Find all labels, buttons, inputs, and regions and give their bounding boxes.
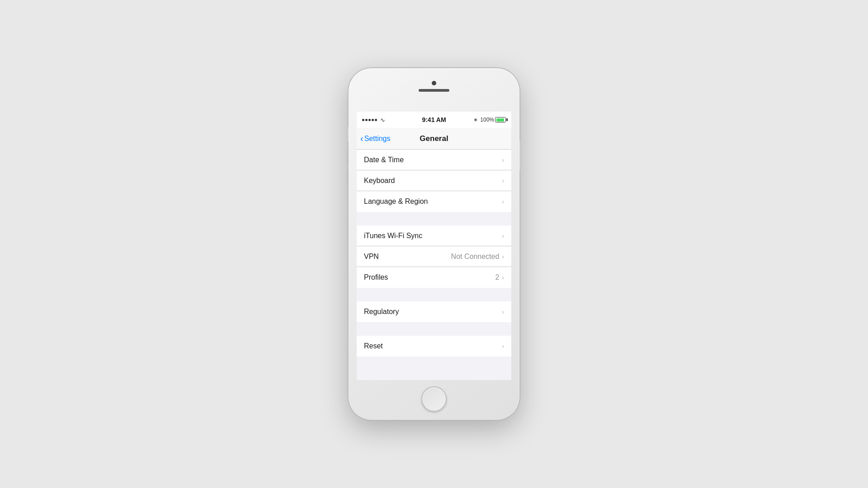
- battery-percent: 100%: [480, 117, 494, 123]
- item-label-profiles: Profiles: [364, 273, 388, 282]
- settings-item-date-time[interactable]: Date & Time ›: [357, 150, 511, 170]
- group-separator-1: [357, 212, 511, 225]
- item-label-keyboard: Keyboard: [364, 177, 395, 185]
- status-time: 9:41 AM: [422, 116, 446, 123]
- camera-dot: [432, 81, 436, 85]
- settings-item-language[interactable]: Language & Region ›: [357, 191, 511, 212]
- settings-list-2: iTunes Wi-Fi Sync › VPN Not Connected ›: [357, 225, 511, 288]
- settings-group-2: iTunes Wi-Fi Sync › VPN Not Connected ›: [357, 225, 511, 288]
- settings-item-reset[interactable]: Reset ›: [357, 336, 511, 357]
- signal-dot-5: [375, 119, 377, 121]
- chevron-icon-keyboard: ›: [502, 177, 504, 184]
- signal-dot-3: [368, 119, 371, 121]
- item-label-date-time: Date & Time: [364, 156, 404, 164]
- nav-bar: ‹ Settings General: [357, 128, 511, 150]
- back-label: Settings: [364, 135, 391, 143]
- settings-item-regulatory[interactable]: Regulatory ›: [357, 301, 511, 322]
- settings-list-1: Date & Time › Keyboard › Lan: [357, 150, 511, 212]
- item-right-vpn: Not Connected ›: [451, 253, 504, 261]
- home-button[interactable]: [421, 386, 447, 412]
- speaker-grille: [419, 89, 449, 92]
- top-bar: [419, 81, 449, 92]
- content-area: Date & Time › Keyboard › Lan: [357, 150, 511, 380]
- item-right-regulatory: ›: [502, 308, 504, 315]
- status-right: ∗ 100%: [473, 117, 506, 123]
- settings-list-4: Reset ›: [357, 336, 511, 357]
- chevron-icon-reset: ›: [502, 343, 504, 350]
- item-label-language: Language & Region: [364, 197, 428, 206]
- item-right-keyboard: ›: [502, 177, 504, 184]
- chevron-icon-date-time: ›: [502, 156, 504, 164]
- settings-item-keyboard[interactable]: Keyboard ›: [357, 170, 511, 191]
- settings-group-1: Date & Time › Keyboard › Lan: [357, 150, 511, 212]
- chevron-icon-itunes: ›: [502, 232, 504, 239]
- settings-item-profiles[interactable]: Profiles 2 ›: [357, 267, 511, 288]
- group-separator-2: [357, 288, 511, 301]
- settings-item-itunes[interactable]: iTunes Wi-Fi Sync ›: [357, 225, 511, 246]
- bottom-space: [357, 357, 511, 370]
- battery-fill: [496, 118, 504, 122]
- item-value-profiles: 2: [495, 273, 499, 282]
- item-right-reset: ›: [502, 343, 504, 350]
- settings-list-3: Regulatory ›: [357, 301, 511, 322]
- chevron-icon-language: ›: [502, 198, 504, 205]
- settings-group-4: Reset ›: [357, 336, 511, 357]
- back-chevron-icon: ‹: [360, 134, 363, 143]
- signal-dot-4: [372, 119, 374, 121]
- item-label-itunes: iTunes Wi-Fi Sync: [364, 232, 422, 240]
- signal-dot-2: [365, 119, 368, 121]
- settings-item-vpn[interactable]: VPN Not Connected ›: [357, 246, 511, 267]
- screen: ∿ 9:41 AM ∗ 100% ‹ Settings: [357, 112, 511, 380]
- item-label-regulatory: Regulatory: [364, 308, 399, 316]
- item-value-vpn: Not Connected: [451, 253, 500, 261]
- item-right-date-time: ›: [502, 156, 504, 164]
- phone-body: ∿ 9:41 AM ∗ 100% ‹ Settings: [348, 68, 520, 420]
- wifi-icon: ∿: [380, 117, 385, 123]
- item-label-reset: Reset: [364, 342, 383, 350]
- group-separator-3: [357, 322, 511, 336]
- battery-icon: [495, 117, 506, 122]
- chevron-icon-vpn: ›: [502, 253, 504, 260]
- battery-container: 100%: [480, 117, 506, 123]
- item-right-profiles: 2 ›: [495, 273, 504, 282]
- status-bar: ∿ 9:41 AM ∗ 100%: [357, 112, 511, 128]
- back-button[interactable]: ‹ Settings: [360, 134, 390, 143]
- chevron-icon-regulatory: ›: [502, 308, 504, 315]
- settings-group-3: Regulatory ›: [357, 301, 511, 322]
- status-left: ∿: [362, 117, 385, 123]
- nav-title: General: [420, 134, 448, 143]
- bluetooth-icon: ∗: [473, 117, 478, 123]
- item-label-vpn: VPN: [364, 253, 379, 261]
- item-right-itunes: ›: [502, 232, 504, 239]
- signal-dots: [362, 119, 377, 121]
- signal-dot-1: [362, 119, 364, 121]
- phone-device: ∿ 9:41 AM ∗ 100% ‹ Settings: [348, 68, 520, 420]
- item-right-language: ›: [502, 198, 504, 205]
- chevron-icon-profiles: ›: [502, 274, 504, 281]
